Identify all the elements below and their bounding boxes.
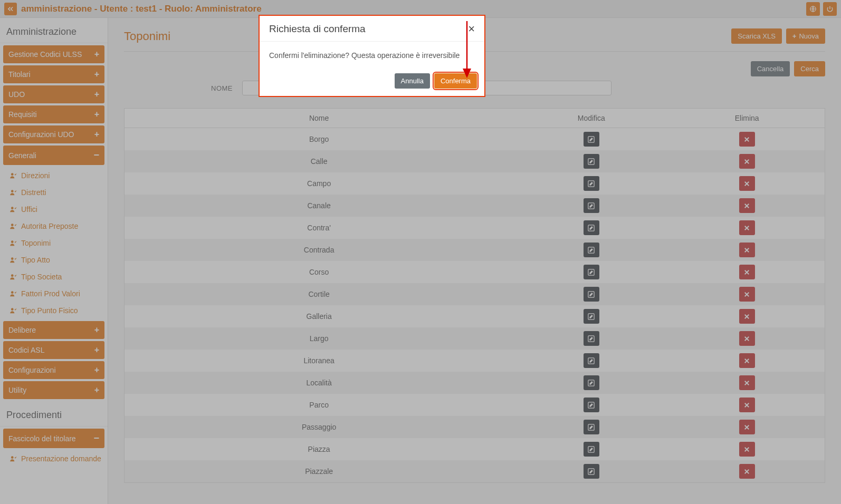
modal-title: Richiesta di conferma [269,23,366,35]
modal-body: Confermi l'eliminazione? Questa operazio… [260,42,484,73]
modal-cancel-button[interactable]: Annulla [395,73,430,89]
confirm-modal: Richiesta di conferma × Confermi l'elimi… [259,15,485,97]
modal-confirm-button[interactable]: Conferma [434,73,477,89]
modal-close-button[interactable]: × [468,23,475,35]
close-icon: × [468,22,475,35]
